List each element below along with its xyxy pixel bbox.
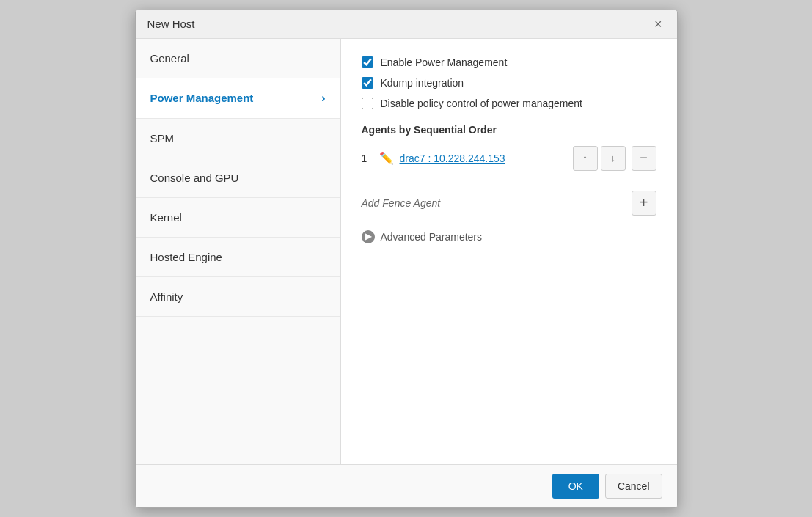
dialog-footer: OK Cancel	[136, 464, 677, 507]
kdump-label: Kdump integration	[381, 77, 464, 89]
add-fence-row: Add Fence Agent +	[362, 191, 656, 216]
disable-policy-checkbox[interactable]	[362, 98, 373, 109]
sidebar-label-hosted-engine: Hosted Engine	[150, 251, 222, 263]
cancel-button[interactable]: Cancel	[605, 474, 662, 499]
plus-icon: +	[640, 194, 648, 211]
agent-link[interactable]: drac7 : 10.228.244.153	[400, 153, 564, 164]
enable-power-management-checkbox[interactable]	[362, 56, 373, 68]
sidebar-label-spm: SPM	[150, 132, 175, 144]
sidebar-item-console-gpu[interactable]: Console and GPU	[136, 158, 340, 198]
new-host-dialog: New Host × General Power Management › SP…	[135, 10, 678, 508]
sidebar-label-power-management: Power Management	[150, 92, 254, 104]
sidebar-label-general: General	[150, 52, 189, 65]
checkbox-kdump-row: Kdump integration	[362, 77, 656, 89]
sidebar-item-general[interactable]: General	[136, 39, 340, 78]
agents-section-title: Agents by Sequential Order	[362, 124, 656, 136]
kdump-integration-checkbox[interactable]	[362, 77, 373, 89]
dialog-body: General Power Management › SPM Console a…	[136, 39, 677, 464]
sidebar-item-power-management[interactable]: Power Management ›	[136, 78, 340, 119]
move-up-button[interactable]: ↑	[573, 146, 598, 171]
close-button[interactable]: ×	[651, 18, 665, 31]
checkbox-enable-pm-row: Enable Power Management	[362, 56, 656, 68]
ok-button[interactable]: OK	[552, 474, 599, 499]
agent-reorder-buttons: ↑ ↓	[573, 146, 626, 171]
sidebar-label-kernel: Kernel	[150, 211, 182, 224]
minus-icon: −	[640, 150, 648, 166]
dialog-title: New Host	[147, 18, 195, 30]
table-row: 1 ✏️ drac7 : 10.228.244.153 ↑ ↓ −	[362, 146, 656, 180]
advanced-parameters-label: Advanced Parameters	[381, 231, 483, 243]
enable-pm-label: Enable Power Management	[381, 56, 508, 68]
up-arrow-icon: ↑	[582, 153, 588, 164]
disable-policy-label: Disable policy control of power manageme…	[381, 98, 582, 109]
sidebar-label-console-gpu: Console and GPU	[150, 172, 239, 184]
sidebar: General Power Management › SPM Console a…	[136, 39, 341, 464]
main-content: Enable Power Management Kdump integratio…	[341, 39, 677, 464]
edit-icon[interactable]: ✏️	[379, 151, 394, 165]
move-down-button[interactable]: ↓	[601, 146, 626, 171]
sidebar-item-hosted-engine[interactable]: Hosted Engine	[136, 238, 340, 277]
add-fence-agent-button[interactable]: +	[632, 191, 656, 216]
sidebar-item-spm[interactable]: SPM	[136, 119, 340, 158]
sidebar-item-kernel[interactable]: Kernel	[136, 198, 340, 238]
advanced-arrow-icon: ▶	[362, 230, 375, 243]
dialog-header: New Host ×	[136, 10, 677, 39]
agent-number: 1	[362, 153, 372, 164]
sidebar-item-affinity[interactable]: Affinity	[136, 277, 340, 317]
add-fence-label: Add Fence Agent	[362, 197, 441, 209]
remove-agent-button[interactable]: −	[632, 146, 656, 171]
down-arrow-icon: ↓	[610, 153, 615, 164]
sidebar-label-affinity: Affinity	[150, 290, 183, 303]
chevron-right-icon: ›	[321, 92, 325, 105]
checkbox-disable-policy-row: Disable policy control of power manageme…	[362, 98, 656, 109]
advanced-parameters-row[interactable]: ▶ Advanced Parameters	[362, 230, 656, 243]
